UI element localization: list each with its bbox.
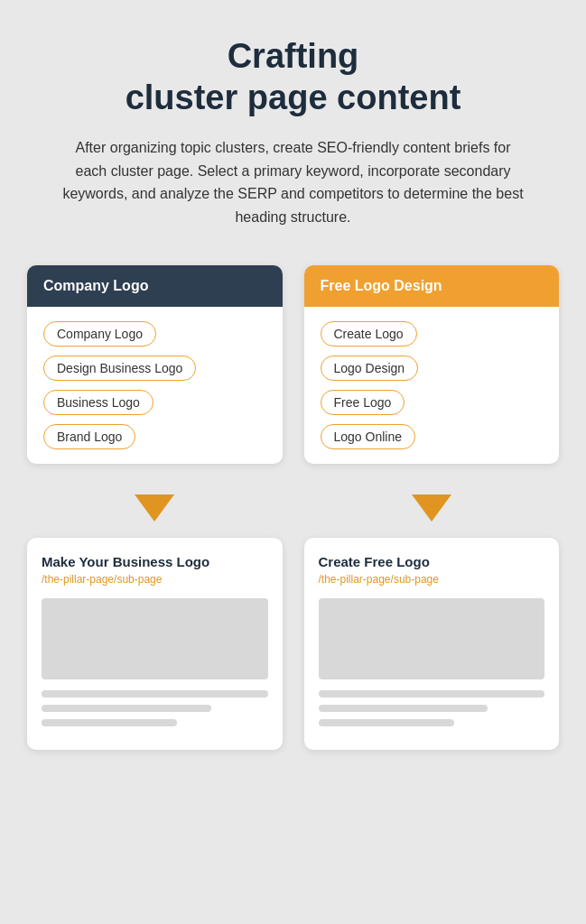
cluster-card-right-body: Create Logo Logo Design Free Logo Logo O…: [304, 307, 560, 464]
subpage-right-line2: [319, 705, 488, 712]
cluster-card-left: Company Logo Company Logo Design Busines…: [27, 265, 283, 464]
page-wrapper: Crafting cluster page content After orga…: [27, 36, 559, 870]
keyword-tag: Free Logo: [321, 390, 405, 415]
keyword-tag: Company Logo: [43, 321, 156, 346]
page-title: Crafting cluster page content: [126, 36, 461, 118]
keyword-tag: Logo Online: [321, 424, 416, 449]
cluster-card-right-header: Free Logo Design: [304, 265, 560, 307]
arrow-down-right-icon: [412, 494, 451, 522]
keyword-tag: Design Business Logo: [43, 356, 196, 381]
subpage-row: Make Your Business Logo /the-pillar-page…: [27, 538, 559, 750]
subpage-right-title: Create Free Logo: [319, 554, 545, 569]
page-subtitle: After organizing topic clusters, create …: [59, 136, 528, 228]
keyword-tag: Brand Logo: [43, 424, 135, 449]
subpage-left-url: /the-pillar-page/sub-page: [42, 573, 268, 586]
cluster-card-right: Free Logo Design Create Logo Logo Design…: [304, 265, 560, 464]
subpage-left-title: Make Your Business Logo: [42, 554, 268, 569]
subpage-right-image: [319, 598, 545, 679]
arrow-left-container: [27, 487, 283, 529]
subpage-card-right: Create Free Logo /the-pillar-page/sub-pa…: [304, 538, 560, 750]
arrows-row: [27, 487, 559, 529]
keyword-tag: Logo Design: [321, 356, 419, 381]
subpage-left-line3: [42, 719, 177, 726]
cluster-card-left-header: Company Logo: [27, 265, 283, 307]
clusters-row: Company Logo Company Logo Design Busines…: [27, 265, 559, 464]
cluster-card-left-body: Company Logo Design Business Logo Busine…: [27, 307, 283, 464]
subpage-right-url: /the-pillar-page/sub-page: [319, 573, 545, 586]
subpage-card-left: Make Your Business Logo /the-pillar-page…: [27, 538, 283, 750]
arrow-down-left-icon: [135, 494, 174, 522]
keyword-tag: Business Logo: [43, 390, 153, 415]
arrow-right-container: [304, 487, 560, 529]
keyword-tag: Create Logo: [321, 321, 417, 346]
subpage-left-image: [42, 598, 268, 679]
subpage-left-line2: [42, 705, 211, 712]
subpage-right-line1: [319, 690, 545, 698]
subpage-right-line3: [319, 719, 454, 726]
subpage-left-line1: [42, 690, 268, 698]
